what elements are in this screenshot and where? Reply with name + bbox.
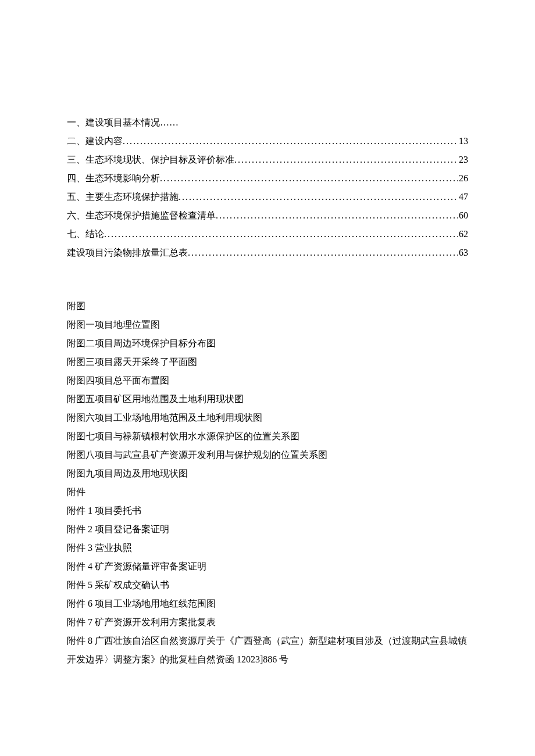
toc-label: 一、建设项目基本情况…… xyxy=(67,117,179,127)
toc-entry: 七、结论 62 xyxy=(67,225,468,243)
toc-entry: 五、主要生态环境保护措施 47 xyxy=(67,188,468,206)
toc-label: 建设项目污染物排放量汇总表 xyxy=(67,243,188,262)
table-of-contents: 一、建设项目基本情况…… 二、建设内容 13 三、生态环境现状、保护目标及评价标… xyxy=(67,113,468,262)
toc-leader-dots xyxy=(234,151,458,169)
figure-item: 附图三项目露天开采终了平面图 xyxy=(67,353,468,371)
toc-entry: 四、生态环境影响分析 26 xyxy=(67,169,468,188)
attachment-item: 附件 4 矿产资源储量评审备案证明 xyxy=(67,557,468,576)
toc-page-number: 47 xyxy=(458,188,468,206)
attachment-item: 附件 7 矿产资源开发利用方案批复表 xyxy=(67,613,468,632)
figure-item: 附图八项目与武宣县矿产资源开发利用与保护规划的位置关系图 xyxy=(67,446,468,464)
toc-page-number: 26 xyxy=(458,169,468,188)
figure-item: 附图五项目矿区用地范围及土地利用现状图 xyxy=(67,390,468,409)
toc-leader-dots xyxy=(104,225,458,243)
attachment-item: 附件 1 项目委托书 xyxy=(67,501,468,520)
toc-page-number: 13 xyxy=(458,132,468,151)
toc-page-number: 62 xyxy=(458,225,468,243)
attachment-item: 附件 6 项目工业场地用地红线范围图 xyxy=(67,594,468,613)
figure-item: 附图六项目工业场地用地范围及土地利用现状图 xyxy=(67,409,468,427)
toc-entry: 三、生态环境现状、保护目标及评价标准 23 xyxy=(67,151,468,169)
toc-page-number: 60 xyxy=(458,206,468,225)
toc-entry: 一、建设项目基本情况…… xyxy=(67,113,468,132)
figures-header: 附图 xyxy=(67,297,468,316)
toc-label: 四、生态环境影响分析 xyxy=(67,169,160,188)
figure-item: 附图二项目周边环境保护目标分布图 xyxy=(67,334,468,353)
toc-label: 七、结论 xyxy=(67,225,104,243)
toc-label: 三、生态环境现状、保护目标及评价标准 xyxy=(67,151,234,169)
figure-item: 附图九项目周边及用地现状图 xyxy=(67,464,468,483)
attachment-item: 附件 5 采矿权成交确认书 xyxy=(67,576,468,594)
toc-label: 二、建设内容 xyxy=(67,132,123,151)
toc-label: 五、主要生态环境保护措施 xyxy=(67,188,179,206)
toc-leader-dots xyxy=(160,169,458,188)
toc-page-number: 23 xyxy=(458,151,468,169)
figure-item: 附图七项目与禄新镇根村饮用水水源保护区的位置关系图 xyxy=(67,427,468,446)
toc-entry: 二、建设内容 13 xyxy=(67,132,468,151)
attachments-header: 附件 xyxy=(67,483,468,501)
toc-label: 六、生态环境保护措施监督检查清单 xyxy=(67,206,216,225)
toc-leader-dots xyxy=(123,132,458,151)
toc-page-number: 63 xyxy=(458,243,468,262)
figure-item: 附图一项目地理位置图 xyxy=(67,316,468,334)
attachment-item: 附件 3 营业执照 xyxy=(67,539,468,557)
attachment-item: 附件 8 广西壮族自治区自然资源厅关于《广西登高（武宣）新型建材项目涉及（过渡期… xyxy=(67,632,468,669)
toc-leader-dots xyxy=(188,243,458,262)
toc-leader-dots xyxy=(179,188,458,206)
toc-entry: 建设项目污染物排放量汇总表 63 xyxy=(67,243,468,262)
toc-leader-dots xyxy=(216,206,458,225)
attachment-item: 附件 2 项目登记备案证明 xyxy=(67,520,468,539)
toc-entry: 六、生态环境保护措施监督检查清单 60 xyxy=(67,206,468,225)
figure-item: 附图四项目总平面布置图 xyxy=(67,371,468,390)
appendix-figures-section: 附图 附图一项目地理位置图 附图二项目周边环境保护目标分布图 附图三项目露天开采… xyxy=(67,297,468,669)
